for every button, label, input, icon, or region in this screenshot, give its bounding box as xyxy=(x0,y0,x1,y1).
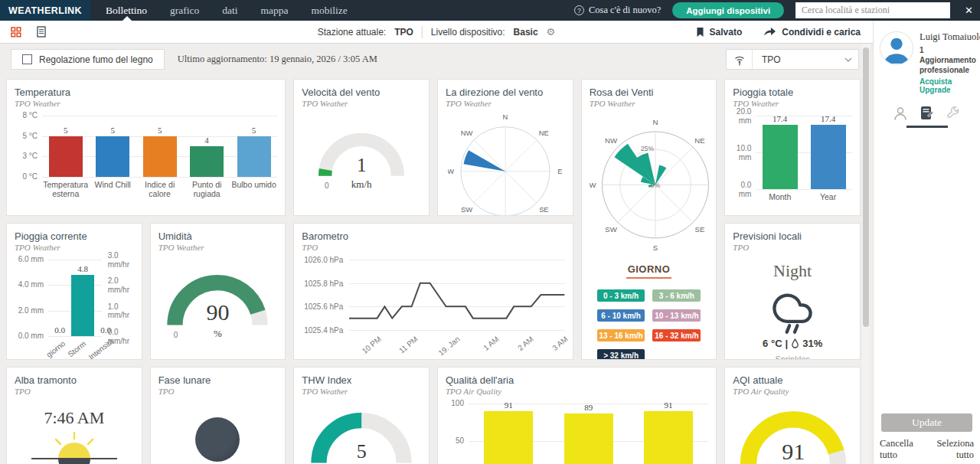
card-title: Barometro xyxy=(302,230,564,242)
legend-pill[interactable]: 13 - 16 km/h xyxy=(597,329,645,341)
gauge-value: 90 xyxy=(160,301,275,324)
bars-row: 918991 xyxy=(469,404,708,464)
wind-rose-legend: 0 - 3 km/h3 - 6 km/h6 - 10 km/h10 - 13 k… xyxy=(597,289,701,360)
gridline xyxy=(42,177,277,178)
bar-column: 89 xyxy=(564,404,613,464)
bar-column: 4 xyxy=(190,116,224,177)
close-icon[interactable]: ✕ xyxy=(965,5,973,16)
active-tab-caret xyxy=(122,16,132,21)
plot-wrap: 17.417.4MonthYear xyxy=(756,116,852,201)
gauge-body: 91 xyxy=(733,405,854,464)
bar-value-label: 4 xyxy=(179,136,234,145)
legend-pill[interactable]: > 32 km/h xyxy=(597,349,645,360)
y-tick: 4.0 mm xyxy=(15,281,44,290)
checkbox[interactable] xyxy=(22,54,32,64)
bar xyxy=(49,136,83,177)
bars-row: 55545 xyxy=(42,116,277,177)
svg-text:NW: NW xyxy=(605,136,618,145)
card-title: Alba tramonto xyxy=(15,374,134,386)
menu-item-mobilize[interactable]: mobilize xyxy=(311,5,347,17)
y-tick: 3 °C xyxy=(15,152,38,162)
x-label: Year xyxy=(804,192,852,201)
clear-all-link[interactable]: Cancella tutto xyxy=(880,438,930,461)
x-label: Bulbo umido xyxy=(230,180,277,198)
station-info: Stazione attuale: TPO Livello dispositiv… xyxy=(318,26,555,38)
svg-text:SW: SW xyxy=(461,206,472,214)
add-devices-button[interactable]: Aggiungi dispositivi xyxy=(672,2,784,18)
card-thw-index: THW Index TPO Weather 5 xyxy=(293,367,430,464)
filter-bar: Regolazione fumo del legno Ultimo aggior… xyxy=(11,49,859,70)
tab-giorno[interactable]: GIORNO xyxy=(626,263,672,279)
x-label: 11 PM xyxy=(397,335,420,355)
legend-pill[interactable]: 10 - 13 km/h xyxy=(652,309,701,322)
bars-row: 0.04.80.0 xyxy=(48,260,102,336)
y-tick: 0 °C xyxy=(15,172,38,181)
forecast-temp: 6 °C xyxy=(763,338,782,349)
card-qualita-aria: Qualità dell'aria TPO Air Quality 100509… xyxy=(437,367,717,464)
tab-settings[interactable] xyxy=(940,106,966,128)
y-tick: 3.0 mm/hr xyxy=(108,251,134,269)
svg-text:W: W xyxy=(448,168,454,175)
sidebar-links: Cancella tutto Seleziona tutto xyxy=(880,438,974,461)
svg-text:N: N xyxy=(502,113,508,121)
x-label: 10 PM xyxy=(361,335,383,355)
menu-item-grafico[interactable]: grafico xyxy=(170,5,199,17)
update-button[interactable]: Update xyxy=(881,413,972,432)
bar-column: 5 xyxy=(96,116,129,177)
temperatura-chart: 8 °C5 °C3 °C0 °C55545Temperatura esterna… xyxy=(15,116,277,198)
forecast-period: Night xyxy=(733,261,852,281)
card-direzione-vento: La direzione del vento TPO Weather NNEES… xyxy=(437,79,573,216)
bulletin-list-icon[interactable] xyxy=(37,26,46,38)
card-title: Pioggia corrente xyxy=(15,230,134,242)
legend-pill[interactable]: 3 - 6 km/h xyxy=(652,289,701,302)
bar-column: 91 xyxy=(484,404,533,464)
brand-logo[interactable]: WEATHERLINK xyxy=(0,0,90,21)
card-title: AQI attuale xyxy=(733,374,852,386)
upgrade-link[interactable]: Acquista Upgrade xyxy=(920,77,974,94)
svg-text:SE: SE xyxy=(694,225,704,234)
gear-icon[interactable]: ⚙ xyxy=(547,26,556,38)
station-select[interactable]: TPO xyxy=(726,49,859,70)
whats-new-link[interactable]: ? Cosa c'è di nuovo? xyxy=(574,5,661,16)
legend-pill[interactable]: 16 - 32 km/h xyxy=(652,329,701,341)
view-toggles xyxy=(11,26,46,38)
grid-view-icon[interactable] xyxy=(11,27,21,38)
svg-text:NE: NE xyxy=(539,129,549,137)
menu-item-dati[interactable]: dati xyxy=(222,5,237,17)
card-subtitle: TPO Weather xyxy=(302,387,421,396)
saved-button[interactable]: Salvato xyxy=(696,27,743,38)
y-tick: 6.0 mm xyxy=(15,255,44,264)
card-fase-lunare: Fase lunare TPO xyxy=(150,367,286,464)
search-input[interactable] xyxy=(795,2,950,18)
y-tick: 2.0 mm xyxy=(15,306,44,315)
top-navbar: WEATHERLINK Bollettinograficodatimappamo… xyxy=(0,0,980,21)
legend-pill[interactable]: 6 - 10 km/h xyxy=(597,309,645,322)
legend-pill[interactable]: 0 - 3 km/h xyxy=(597,289,645,302)
wood-smoke-toggle[interactable]: Regolazione fumo del legno xyxy=(11,49,165,70)
avatar[interactable] xyxy=(880,31,913,65)
wind-speed-gauge: 1km/h0 xyxy=(302,128,421,179)
gridline xyxy=(756,189,852,190)
share-upload-button[interactable]: Condividi e carica xyxy=(763,27,861,38)
scrollbar-thumb[interactable] xyxy=(863,47,869,327)
bar xyxy=(96,136,129,177)
tab-user[interactable] xyxy=(887,106,913,128)
aqi-gauge: 91 xyxy=(733,405,852,464)
y-axis: 20.0 mm10.0 mm0.0 mm xyxy=(733,116,756,189)
tab-devices[interactable] xyxy=(914,106,940,128)
share-icon xyxy=(763,27,776,37)
select-all-link[interactable]: Seleziona tutto xyxy=(930,438,974,461)
divider xyxy=(422,26,423,38)
menu-item-mappa[interactable]: mappa xyxy=(260,5,288,17)
help-icon: ? xyxy=(574,5,584,15)
x-axis-labels: 10 PM11 PM19. Jan1 AM2 AM3 AM xyxy=(349,332,564,356)
plot-wrap: 55545Temperatura esternaWind ChillIndice… xyxy=(42,116,277,198)
x-label: 1 AM xyxy=(482,335,501,352)
air-quality-chart: 10050918991 xyxy=(446,404,708,464)
forecast-body: Night 6 °C | 31% Sprinkles xyxy=(733,261,852,360)
y-tick: 0.0 mm xyxy=(733,181,751,198)
bar xyxy=(564,413,613,464)
menu-item-bollettino[interactable]: Bollettino xyxy=(106,5,147,17)
card-barometro: Barometro TPO 1026.0 hPa1025.8 hPa1025.6… xyxy=(293,223,573,360)
whats-new-label: Cosa c'è di nuovo? xyxy=(589,5,661,16)
